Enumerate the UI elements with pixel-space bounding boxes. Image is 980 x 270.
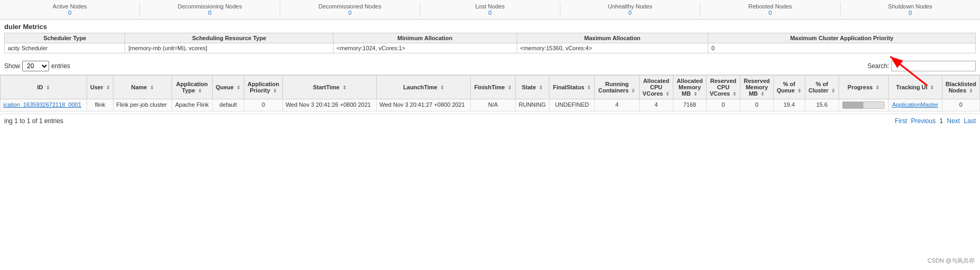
max-priority-value: 0	[708, 43, 976, 53]
col-tracking-ui[interactable]: Tracking UI ⇕	[888, 76, 942, 99]
col-app-priority[interactable]: ApplicationPriority ⇕	[244, 76, 282, 99]
top-node-value: 0	[844, 10, 977, 16]
progress-sort-icon: ⇕	[876, 85, 880, 90]
cell-tracking-ui: ApplicationMaster	[888, 99, 942, 111]
starttime-sort-icon: ⇕	[342, 85, 347, 90]
first-page-link[interactable]: First	[895, 117, 907, 125]
col-finish-time[interactable]: FinishTime ⇕	[471, 76, 516, 99]
top-node-label: Decommissioned Nodes	[283, 3, 416, 10]
col-user[interactable]: User ⇕	[87, 76, 113, 99]
top-node-item: Lost Nodes0	[420, 2, 560, 17]
main-table: ID ⇕ User ⇕ Name ⇕ ApplicationType ⇕ Que…	[0, 75, 980, 111]
table-row: ication_1635932672118_0001 flink Flink p…	[1, 99, 980, 111]
cell-progress	[839, 99, 888, 111]
col-reserved-mem[interactable]: ReservedMemoryMB ⇕	[740, 76, 774, 99]
cell-finish-time: N/A	[471, 99, 516, 111]
id-sort-icon: ⇕	[46, 85, 50, 90]
cell-running-containers: 4	[595, 99, 639, 111]
top-node-item: Active Nodes0	[0, 2, 140, 17]
current-page: 1	[939, 117, 943, 125]
col-reserved-cpu[interactable]: ReservedCPUVCores ⇕	[706, 76, 740, 99]
col-scheduler-type: Scheduler Type	[5, 33, 125, 43]
table-container: ID ⇕ User ⇕ Name ⇕ ApplicationType ⇕ Que…	[0, 75, 980, 114]
col-name[interactable]: Name ⇕	[113, 76, 172, 99]
pagination-bar: ing 1 to 1 of 1 entries First Previous 1…	[0, 114, 980, 128]
queue-sort-icon: ⇕	[236, 85, 241, 90]
col-start-time[interactable]: StartTime ⇕	[283, 76, 377, 99]
col-progress[interactable]: Progress ⇕	[839, 76, 888, 99]
tracking-ui-link[interactable]: ApplicationMaster	[892, 101, 938, 108]
showing-text: ing 1 to 1 of 1 entries	[4, 117, 63, 125]
alloccpu-sort-icon: ⇕	[665, 91, 670, 97]
scheduler-title: duler Metrics	[4, 23, 976, 31]
previous-page-link[interactable]: Previous	[911, 117, 936, 125]
top-node-value: 0	[423, 10, 556, 16]
trackingui-sort-icon: ⇕	[930, 85, 934, 90]
entries-control: Show 10 20 50 100 entries	[4, 61, 70, 71]
col-max-priority: Maximum Cluster Application Priority	[708, 33, 976, 43]
cell-alloc-cpu: 4	[639, 99, 673, 111]
cell-pct-cluster: 15.6	[805, 99, 839, 111]
entries-label: entries	[51, 62, 70, 70]
cell-id: ication_1635932672118_0001	[1, 99, 87, 111]
apptype-sort-icon: ⇕	[198, 88, 202, 94]
top-node-value: 0	[3, 10, 136, 16]
col-id[interactable]: ID ⇕	[1, 76, 87, 99]
cell-reserved-cpu: 0	[706, 99, 740, 111]
col-max-allocation: Maximum Allocation	[517, 33, 708, 43]
cell-pct-queue: 19.4	[773, 99, 805, 111]
top-node-item: Shutdown Nodes0	[841, 2, 980, 17]
cell-app-priority: 0	[244, 99, 282, 111]
id-link[interactable]: ication_1635932672118_0001	[3, 101, 81, 108]
progress-bar-container	[842, 101, 884, 109]
next-page-link[interactable]: Next	[947, 117, 960, 125]
search-input[interactable]	[891, 61, 976, 71]
top-node-value: 0	[143, 10, 276, 16]
col-alloc-mem[interactable]: AllocatedMemoryMB ⇕	[673, 76, 706, 99]
scheduler-metrics-table: Scheduler Type Scheduling Resource Type …	[4, 33, 976, 53]
top-node-value: 0	[283, 10, 416, 16]
main-table-wrapper: ID ⇕ User ⇕ Name ⇕ ApplicationType ⇕ Que…	[0, 75, 980, 114]
cell-name: Flink per-job cluster	[113, 99, 172, 111]
progress-bar-fill	[843, 102, 863, 108]
top-node-label: Unhealthy Nodes	[564, 3, 697, 10]
col-pct-queue[interactable]: % ofQueue ⇕	[773, 76, 805, 99]
col-scheduling-resource: Scheduling Resource Type	[125, 33, 333, 43]
min-allocation-value: <memory:1024, vCores:1>	[333, 43, 517, 53]
col-queue[interactable]: Queue ⇕	[212, 76, 244, 99]
last-page-link[interactable]: Last	[964, 117, 976, 125]
cell-final-status: UNDEFINED	[549, 99, 595, 111]
max-allocation-value: <memory:15360, vCores:4>	[517, 43, 708, 53]
col-state[interactable]: State ⇕	[516, 76, 549, 99]
col-app-type[interactable]: ApplicationType ⇕	[172, 76, 212, 99]
entries-select[interactable]: 10 20 50 100	[22, 61, 49, 71]
scheduler-section: duler Metrics Scheduler Type Scheduling …	[0, 20, 980, 58]
col-final-status[interactable]: FinalStatus ⇕	[549, 76, 595, 99]
col-blacklisted-nodes[interactable]: BlacklistedNodes ⇕	[942, 76, 979, 99]
cell-launch-time: Wed Nov 3 20:41:27 +0800 2021	[377, 99, 471, 111]
col-pct-cluster[interactable]: % ofCluster ⇕	[805, 76, 839, 99]
state-sort-icon: ⇕	[539, 85, 543, 90]
pagination-links: First Previous 1 Next Last	[893, 117, 976, 125]
reservedmem-sort-icon: ⇕	[760, 91, 765, 97]
top-node-label: Active Nodes	[3, 3, 136, 10]
cell-reserved-mem: 0	[740, 99, 774, 111]
user-sort-icon: ⇕	[106, 85, 110, 90]
top-node-value: 0	[564, 10, 697, 16]
col-launch-time[interactable]: LaunchTime ⇕	[377, 76, 471, 99]
top-node-label: Rebooted Nodes	[703, 3, 836, 10]
search-area: Search:	[868, 61, 976, 71]
top-node-item: Unhealthy Nodes0	[560, 2, 700, 17]
blacklisted-sort-icon: ⇕	[969, 88, 973, 94]
finalstatus-sort-icon: ⇕	[587, 85, 591, 90]
top-node-label: Decommissioning Nodes	[143, 3, 276, 10]
col-min-allocation: Minimum Allocation	[333, 33, 517, 43]
pctqueue-sort-icon: ⇕	[797, 88, 802, 94]
pctcluster-sort-icon: ⇕	[831, 88, 835, 94]
col-running-containers[interactable]: RunningContainers ⇕	[595, 76, 639, 99]
col-alloc-cpu[interactable]: AllocatedCPUVCores ⇕	[639, 76, 673, 99]
finishtime-sort-icon: ⇕	[508, 85, 512, 90]
cell-state: RUNNING	[516, 99, 549, 111]
top-node-item: Decommissioning Nodes0	[140, 2, 280, 17]
top-node-value: 0	[703, 10, 836, 16]
